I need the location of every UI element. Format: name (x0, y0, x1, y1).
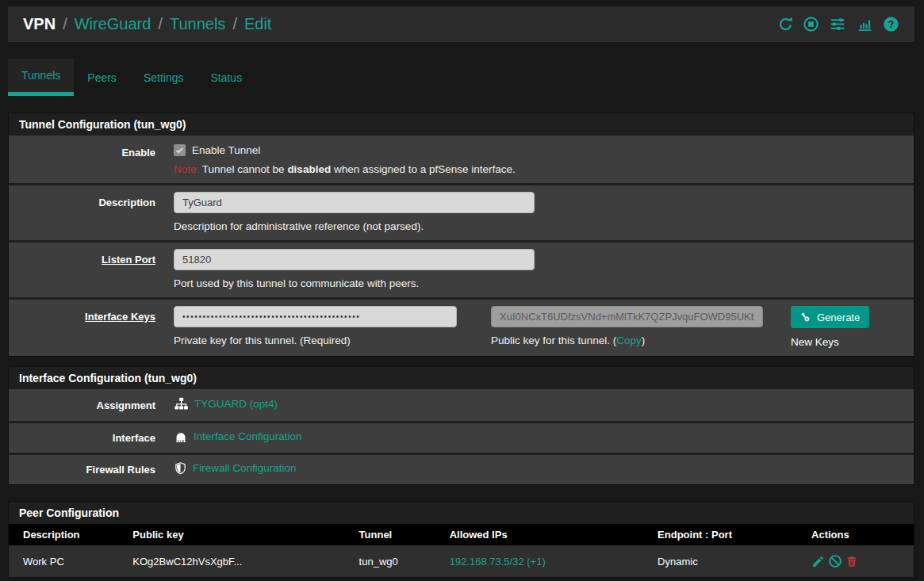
description-help: Description for administrative reference… (174, 220, 914, 232)
col-description: Description (9, 524, 126, 545)
firewall-rules-link-label: Firewall Configuration (193, 462, 297, 474)
peer-configuration-panel: Peer Configuration Description Public ke… (8, 501, 914, 578)
interface-row: Interface Interface Configuration (9, 421, 914, 453)
svg-text:?: ? (888, 19, 894, 30)
enable-note: Note: Tunnel cannot be disabled when ass… (174, 163, 914, 175)
refresh-icon[interactable] (777, 16, 794, 32)
help-icon[interactable]: ? (883, 16, 899, 32)
description-label: Description (9, 192, 155, 232)
breadcrumb-link-wireguard[interactable]: WireGuard (75, 15, 151, 33)
ban-icon[interactable] (828, 554, 842, 568)
peer-table: Description Public key Tunnel Allowed IP… (9, 524, 914, 577)
breadcrumb-separator: / (232, 15, 237, 33)
tab-status[interactable]: Status (197, 59, 255, 96)
bar-chart-icon[interactable] (856, 16, 874, 32)
col-tunnel: Tunnel (353, 524, 443, 545)
breadcrumb-section-vpn[interactable]: VPN (23, 15, 56, 33)
trash-icon[interactable] (845, 555, 858, 568)
edit-pencil-icon[interactable] (811, 555, 825, 568)
listen-port-label: Listen Port (9, 249, 155, 289)
new-keys-label: New Keys (791, 336, 869, 348)
sitemap-icon (174, 397, 189, 411)
col-public-key: Public key (126, 524, 352, 545)
assignment-row: Assignment TYGUARD (opt4) (9, 389, 914, 421)
header-bar: VPN / WireGuard / Tunnels / Edit (8, 6, 914, 42)
stop-circle-icon[interactable] (803, 16, 819, 32)
peer-actions (811, 554, 907, 568)
breadcrumb-link-tunnels[interactable]: Tunnels (170, 15, 225, 33)
col-actions: Actions (805, 524, 914, 545)
interface-keys-label: Interface Keys (9, 306, 155, 348)
breadcrumb: VPN / WireGuard / Tunnels / Edit (23, 15, 271, 33)
col-allowed-ips: Allowed IPs (443, 524, 651, 545)
peer-public-key: KOg2BwC12hVsXgbF... (126, 545, 352, 577)
public-key-help: Public key for this tunnel. (Copy) (491, 334, 763, 346)
assignment-link-label: TYGUARD (opt4) (194, 398, 278, 410)
interface-keys-row: Interface Keys Private key for this tunn… (9, 297, 914, 356)
enable-row: Enable Enable Tunnel Note: Tunnel cannot… (9, 136, 914, 183)
header-actions: ? (777, 16, 899, 32)
peer-description: Work PC (9, 545, 126, 577)
interface-label: Interface (9, 432, 155, 444)
listen-port-row: Listen Port Port used by this tunnel to … (9, 240, 914, 297)
breadcrumb-separator: / (158, 15, 163, 33)
generate-keys-button[interactable]: Generate (791, 306, 869, 328)
tab-peers[interactable]: Peers (74, 59, 130, 96)
table-row: Work PC KOg2BwC12hVsXgbF... tun_wg0 192.… (9, 545, 914, 577)
panel-title: Peer Configuration (9, 502, 914, 524)
description-input[interactable] (174, 192, 535, 213)
tab-settings[interactable]: Settings (130, 59, 197, 96)
enable-label: Enable (9, 142, 155, 175)
public-key-input (491, 306, 763, 327)
breadcrumb-link-edit[interactable]: Edit (244, 15, 271, 33)
peer-allowed-ips-link[interactable]: 192.168.73.5/32 (+1) (450, 556, 546, 568)
firewall-rules-row: Firewall Rules Firewall Configuration (9, 453, 914, 484)
interface-link-label: Interface Configuration (194, 430, 302, 442)
peer-tunnel: tun_wg0 (353, 545, 443, 577)
listen-port-help: Port used by this tunnel to communicate … (174, 277, 914, 289)
panel-title: Interface Configuration (tun_wg0) (9, 367, 914, 389)
peer-endpoint: Dynamic (651, 545, 805, 577)
interface-link[interactable]: Interface Configuration (174, 430, 302, 443)
generate-button-label: Generate (817, 312, 860, 323)
listen-port-input[interactable] (174, 249, 535, 270)
ethernet-icon (174, 430, 188, 443)
interface-configuration-panel: Interface Configuration (tun_wg0) Assign… (8, 366, 914, 485)
firewall-rules-label: Firewall Rules (9, 464, 155, 476)
peer-table-header-row: Description Public key Tunnel Allowed IP… (9, 524, 914, 545)
sliders-icon[interactable] (828, 16, 847, 32)
description-row: Description Description for administrati… (9, 183, 914, 240)
assignment-link[interactable]: TYGUARD (opt4) (174, 397, 278, 411)
tab-bar: Tunnels Peers Settings Status (8, 59, 914, 96)
check-icon (175, 146, 184, 155)
tunnel-configuration-panel: Tunnel Configuration (tun_wg0) Enable En… (8, 113, 914, 357)
breadcrumb-separator: / (63, 15, 67, 33)
panel-title: Tunnel Configuration (tun_wg0) (9, 113, 914, 136)
tab-tunnels[interactable]: Tunnels (8, 59, 74, 96)
firewall-rules-link[interactable]: Firewall Configuration (174, 461, 297, 476)
assignment-label: Assignment (9, 399, 155, 411)
copy-public-key-link[interactable]: Copy (616, 334, 642, 346)
enable-tunnel-checkbox-label: Enable Tunnel (192, 144, 260, 156)
key-icon (799, 311, 811, 323)
private-key-help: Private key for this tunnel. (Required) (174, 334, 457, 346)
shield-icon (174, 461, 187, 476)
enable-tunnel-checkbox[interactable] (174, 144, 186, 156)
col-endpoint-port: Endpoint : Port (651, 524, 805, 545)
private-key-input[interactable] (174, 306, 457, 327)
